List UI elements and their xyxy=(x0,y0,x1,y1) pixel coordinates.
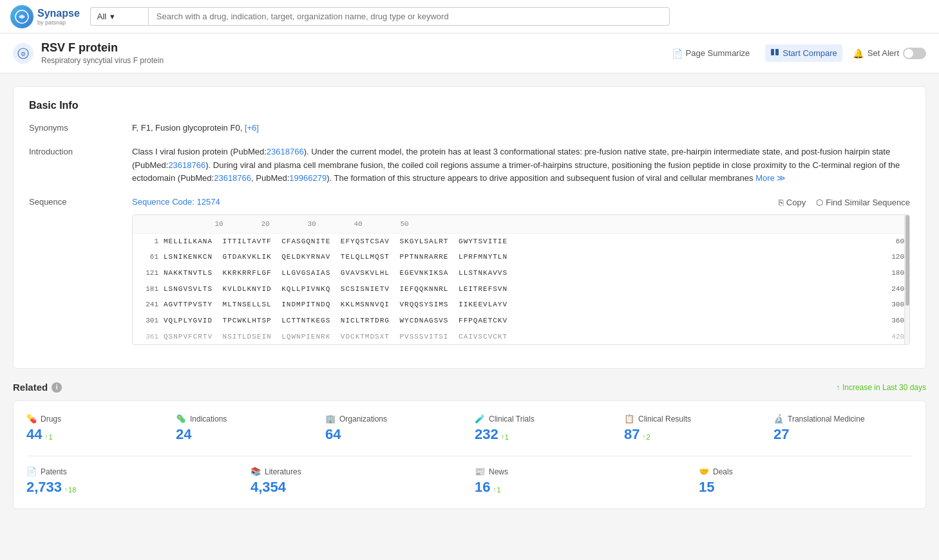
svg-rect-4 xyxy=(775,49,779,55)
compare-icon xyxy=(770,48,779,59)
related-item-clinical-trials[interactable]: 🧪 Clinical Trials 232 ↑1 xyxy=(475,414,614,443)
increase-label: ↑ Increase in Last 30 days xyxy=(836,383,926,392)
increase-arrow-icon: ↑ xyxy=(836,383,840,392)
related-section: Related i ↑ Increase in Last 30 days 💊 D… xyxy=(13,382,926,509)
summarize-icon: 📄 xyxy=(672,48,683,59)
pubmed-link-4[interactable]: 19966279 xyxy=(289,173,327,183)
organizations-icon: 🏢 xyxy=(325,414,336,424)
news-badge: ↑1 xyxy=(493,486,500,494)
find-similar-button[interactable]: ⬡ Find Similar Sequence xyxy=(816,198,910,207)
patents-badge: ↑18 xyxy=(64,486,76,494)
related-header: Related i ↑ Increase in Last 30 days xyxy=(13,382,926,393)
synonyms-label: Synonyms xyxy=(29,122,132,135)
related-grid-top: 💊 Drugs 44 ↑1 🦠 Indications xyxy=(26,414,913,443)
table-row: 181 LSNGVSVLTS KVLDLKNYID KQLLPIVNKQ SCS… xyxy=(133,281,909,297)
sequence-box: 10 20 30 40 50 1 MELLILKANA ITTILTAVTF C… xyxy=(132,214,910,345)
up-arrow-icon: ↑ xyxy=(64,486,68,493)
related-card: 💊 Drugs 44 ↑1 🦠 Indications xyxy=(13,400,926,509)
related-item-drugs[interactable]: 💊 Drugs 44 ↑1 xyxy=(26,414,166,443)
related-title: Related i xyxy=(13,382,62,393)
pubmed-link-3[interactable]: 23618766 xyxy=(214,173,251,183)
protein-icon: ⚙ xyxy=(13,43,33,64)
seq-scrollbar[interactable] xyxy=(904,215,909,344)
sequence-header: Sequence Code: 12574 ⎘ Copy ⬡ Find Simil… xyxy=(132,196,910,209)
clinical-results-badge: ↑2 xyxy=(642,433,650,441)
logo-area: Synapse by patsnap xyxy=(10,5,80,28)
page-header: ⚙ RSV F protein Respiratory syncytial vi… xyxy=(0,33,939,73)
related-divider xyxy=(26,456,913,456)
up-arrow-icon: ↑ xyxy=(501,433,504,440)
indications-icon: 🦠 xyxy=(176,414,186,424)
table-row: 121 NAKKTNVTLS KKRKRRFLGF LLGVGSAIAS GVA… xyxy=(133,265,909,281)
related-item-news[interactable]: 📰 News 16 ↑1 xyxy=(475,467,688,496)
logo-icon xyxy=(10,5,33,28)
table-row: 1 MELLILKANA ITTILTAVTF CFASGQNITE EFYQS… xyxy=(133,234,909,250)
search-area: All ▾ xyxy=(90,7,670,26)
related-item-translational[interactable]: 🔬 Translational Medicine 27 xyxy=(773,414,913,443)
alert-icon: 🔔 xyxy=(853,48,864,59)
related-grid-bottom: 📄 Patents 2,733 ↑18 📚 Literatures xyxy=(26,467,913,496)
clinical-trials-badge: ↑1 xyxy=(501,433,509,441)
up-arrow-icon: ↑ xyxy=(642,433,645,440)
synonyms-more-link[interactable]: [+6] xyxy=(245,123,259,133)
synonyms-value: F, F1, Fusion glycoprotein F0, [+6] xyxy=(132,122,910,135)
search-input-wrap xyxy=(148,7,670,26)
drugs-icon: 💊 xyxy=(26,414,37,424)
page-subtitle: Respiratory syncytial virus F protein xyxy=(41,56,164,65)
find-similar-icon: ⬡ xyxy=(816,198,823,207)
copy-button[interactable]: ⎘ Copy xyxy=(779,198,806,207)
up-arrow-icon: ↑ xyxy=(44,433,48,440)
table-row: 361 QSNPVFCRTV NSITLDSEIN LQWNPIENRK VDC… xyxy=(133,329,909,345)
main-content: Basic Info Synonyms F, F1, Fusion glycop… xyxy=(0,73,939,560)
related-item-indications[interactable]: 🦠 Indications 24 xyxy=(176,414,315,443)
alert-toggle[interactable] xyxy=(903,48,926,59)
related-item-literatures[interactable]: 📚 Literatures 4,354 xyxy=(251,467,464,496)
set-alert-toggle-wrap: 🔔 Set Alert xyxy=(853,48,926,59)
seq-actions: ⎘ Copy ⬡ Find Similar Sequence xyxy=(779,198,910,207)
seq-scrollbar-thumb xyxy=(906,215,909,306)
up-arrow-icon: ↑ xyxy=(493,486,496,493)
synonyms-row: Synonyms F, F1, Fusion glycoprotein F0, … xyxy=(29,122,910,135)
news-icon: 📰 xyxy=(475,467,485,476)
search-category-select[interactable]: All ▾ xyxy=(90,7,148,26)
introduction-label: Introduction xyxy=(29,145,132,185)
table-row: 61 LSNIKENKCN GTDAKVKLIK QELDKYRNAV TELQ… xyxy=(133,249,909,265)
sequence-value: Sequence Code: 12574 ⎘ Copy ⬡ Find Simil… xyxy=(132,196,910,345)
page-title: RSV F protein xyxy=(41,41,164,55)
logo-text: Synapse by patsnap xyxy=(37,8,80,26)
related-item-clinical-results[interactable]: 📋 Clinical Results 87 ↑2 xyxy=(624,414,763,443)
related-item-patents[interactable]: 📄 Patents 2,733 ↑18 xyxy=(26,467,240,496)
related-item-organizations[interactable]: 🏢 Organizations 64 xyxy=(325,414,464,443)
chevron-down-icon: ▾ xyxy=(110,12,115,21)
pubmed-link-2[interactable]: 23618766 xyxy=(168,160,205,170)
introduction-row: Introduction Class I viral fusion protei… xyxy=(29,145,910,185)
start-compare-button[interactable]: Start Compare xyxy=(765,44,842,62)
deals-icon: 🤝 xyxy=(699,467,709,476)
intro-more-link[interactable]: More ≫ xyxy=(755,173,786,183)
svg-text:⚙: ⚙ xyxy=(21,51,26,57)
svg-rect-3 xyxy=(771,49,774,55)
page-title-area: ⚙ RSV F protein Respiratory syncytial vi… xyxy=(13,41,164,65)
top-header: Synapse by patsnap All ▾ xyxy=(0,0,939,33)
clinical-trials-icon: 🧪 xyxy=(475,414,485,424)
related-item-deals[interactable]: 🤝 Deals 15 xyxy=(699,467,913,496)
basic-info-title: Basic Info xyxy=(29,100,910,111)
introduction-value: Class I viral fusion protein (PubMed:236… xyxy=(132,145,910,185)
page-summarize-button[interactable]: 📄 Page Summarize xyxy=(667,45,755,62)
seq-rows: 1 MELLILKANA ITTILTAVTF CFASGQNITE EFYQS… xyxy=(133,234,909,345)
seq-code-link[interactable]: Sequence Code: 12574 xyxy=(132,196,220,209)
table-row: 301 VQLPLYGVID TPCWKLHTSP LCTTNTKEGS NIC… xyxy=(133,313,909,329)
seq-ruler: 10 20 30 40 50 xyxy=(133,215,909,234)
literatures-icon: 📚 xyxy=(251,467,261,476)
copy-icon: ⎘ xyxy=(779,198,784,207)
toggle-knob xyxy=(904,49,913,58)
table-row: 241 AGVTTPVSTY MLTNSELLSL INDMPITNDQ KKL… xyxy=(133,297,909,313)
patents-icon: 📄 xyxy=(26,467,37,476)
pubmed-link-1[interactable]: 23618766 xyxy=(267,147,304,156)
title-block: RSV F protein Respiratory syncytial viru… xyxy=(41,41,164,65)
search-input[interactable] xyxy=(156,12,661,21)
sequence-row: Sequence Sequence Code: 12574 ⎘ Copy ⬡ F… xyxy=(29,196,910,345)
related-info-icon[interactable]: i xyxy=(52,382,62,393)
page-actions: 📄 Page Summarize Start Compare 🔔 Set Ale… xyxy=(667,44,926,62)
sequence-label: Sequence xyxy=(29,196,132,345)
